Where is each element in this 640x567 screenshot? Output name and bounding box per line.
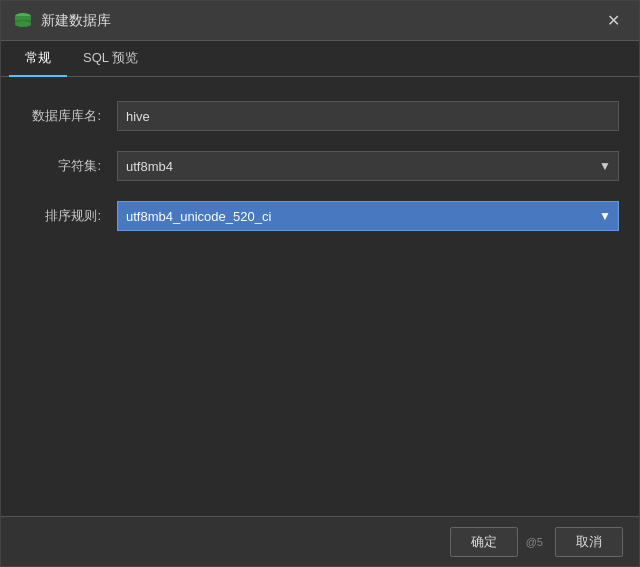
watermark-text: @5: [526, 536, 543, 548]
tab-general[interactable]: 常规: [9, 41, 67, 77]
collation-select[interactable]: utf8mb4_unicode_520_ci utf8mb4_general_c…: [117, 201, 619, 231]
tab-sql-preview[interactable]: SQL 预览: [67, 41, 154, 77]
charset-select-wrapper: utf8mb4 utf8 latin1 gbk ▼: [117, 151, 619, 181]
cancel-button[interactable]: 取消: [555, 527, 623, 557]
collation-select-wrapper: utf8mb4_unicode_520_ci utf8mb4_general_c…: [117, 201, 619, 231]
new-database-dialog: 新建数据库 ✕ 常规 SQL 预览 数据库库名: 字符集: utf8mb4 ut…: [0, 0, 640, 567]
database-icon: [13, 11, 33, 31]
charset-select[interactable]: utf8mb4 utf8 latin1 gbk: [117, 151, 619, 181]
dialog-title: 新建数据库: [41, 12, 599, 30]
db-name-label: 数据库库名:: [21, 107, 101, 125]
title-bar: 新建数据库 ✕: [1, 1, 639, 41]
charset-label: 字符集:: [21, 157, 101, 175]
confirm-button[interactable]: 确定: [450, 527, 518, 557]
charset-row: 字符集: utf8mb4 utf8 latin1 gbk ▼: [21, 151, 619, 181]
footer: 确定 @5 取消: [1, 516, 639, 566]
db-name-row: 数据库库名:: [21, 101, 619, 131]
db-name-input[interactable]: [117, 101, 619, 131]
collation-label: 排序规则:: [21, 207, 101, 225]
close-button[interactable]: ✕: [599, 7, 627, 35]
tab-bar: 常规 SQL 预览: [1, 41, 639, 77]
collation-row: 排序规则: utf8mb4_unicode_520_ci utf8mb4_gen…: [21, 201, 619, 231]
form-content: 数据库库名: 字符集: utf8mb4 utf8 latin1 gbk ▼ 排序…: [1, 77, 639, 516]
svg-point-1: [15, 21, 31, 27]
